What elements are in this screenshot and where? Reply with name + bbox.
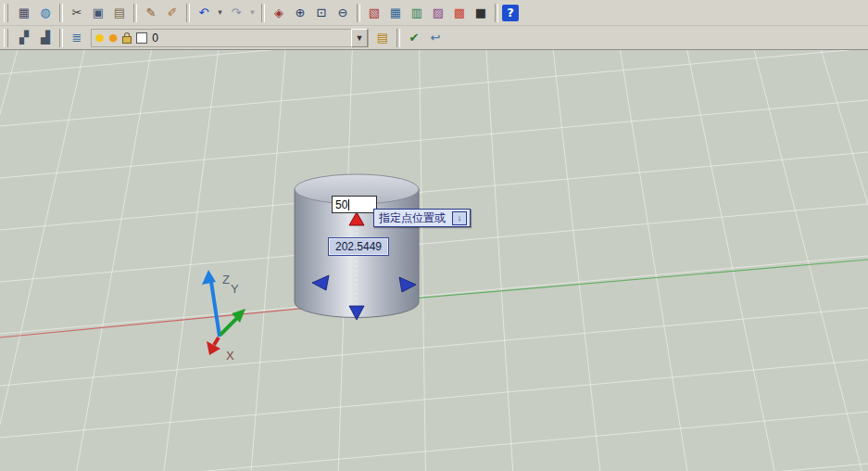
toolbar-separator [59,29,63,47]
toolbar-separator [495,4,498,22]
icon-zoom-window[interactable]: ⊡ [311,3,332,23]
layer-color-swatch [136,32,147,44]
icon-workspace-a[interactable]: ▞ [14,28,34,48]
toolbar-separator [261,4,265,22]
icon-paste[interactable]: ▤ [109,3,130,23]
icon-undo-dropdown[interactable]: ▾ [215,3,225,23]
ground-grid [0,50,868,471]
ucs-z-arrowhead [202,270,216,285]
icon-cut[interactable]: ✂ [67,3,87,23]
layers-toolbar: ▞▟≣ ● ● 0 ▼ ▤✔↩ [0,26,868,49]
icon-make-layer-current[interactable]: ✔ [404,28,424,48]
ucs-z-axis [211,282,220,337]
dynamic-input-value: 50 [335,198,347,211]
icon-plot-preview[interactable]: ▦ [14,3,34,23]
icon-tool-palettes[interactable]: ▥ [407,3,427,23]
dimension-value: 202.5449 [335,240,382,253]
viewport-3d[interactable]: Z Y X 50 指定点位置或 ↓ 202.5449 [0,49,868,471]
ucs-x-label: X [226,349,234,363]
layer-lock-icon[interactable] [122,36,132,44]
icon-zoom-realtime[interactable]: ⊕ [290,3,310,23]
current-layer-name: 0 [152,32,158,45]
toolbar-separator [133,4,137,22]
dynamic-input-tooltip: 指定点位置或 ↓ [373,209,471,227]
layer-combo[interactable]: ● ● 0 ▼ [91,29,369,47]
layer-on-bulb-icon[interactable]: ● [95,32,105,43]
icon-redo-dropdown[interactable]: ▾ [247,3,258,23]
icon-block-editor[interactable]: ✐ [162,3,182,23]
world-y-axis-line [357,260,868,303]
icon-layer-previous[interactable]: ↩ [425,28,446,48]
icon-designcenter[interactable]: ▦ [385,3,406,23]
icon-markup-set-manager[interactable]: ▩ [449,3,470,23]
application-window: ▦◍✂▣▤✎✐↶▾↷▾◈⊕⊡⊖▧▦▥▨▩■? ▞▟≣ ● ● 0 ▼ ▤✔↩ [0,0,868,471]
icon-match-properties[interactable]: ✎ [141,3,161,23]
ucs-y-axis [220,317,238,335]
icon-layer-properties-manager[interactable]: ≣ [67,28,87,48]
standard-toolbar: ▦◍✂▣▤✎✐↶▾↷▾◈⊕⊡⊖▧▦▥▨▩■? [0,0,868,26]
ucs-z-label: Z [222,273,230,286]
toolbar-separator [357,4,360,22]
dynamic-input-field[interactable]: 50 [332,196,377,213]
icon-publish-web[interactable]: ◍ [35,3,56,23]
layers-toolbar-left: ▞▟≣ [2,28,87,48]
icon-layer-states[interactable]: ▤ [372,28,393,48]
layer-combo-dropdown-arrow[interactable]: ▼ [351,29,368,47]
toolbar-grip[interactable] [4,29,8,47]
ucs-x-axis [214,337,219,345]
ucs-y-label: Y [231,282,239,296]
layers-toolbar-right: ▤✔↩ [372,28,446,48]
text-caret [348,199,349,210]
scene-canvas: Z Y X [0,50,868,471]
icon-properties-palette[interactable]: ▧ [364,3,384,23]
icon-help[interactable]: ? [502,5,519,21]
dynamic-dimension-field[interactable]: 202.5449 [328,237,389,256]
toolbar-separator [59,4,63,22]
toolbar-separator [396,29,400,47]
tooltip-text: 指定点位置或 [379,210,446,226]
icon-redo[interactable]: ↷ [226,3,246,23]
icon-zoom-previous[interactable]: ⊖ [333,3,353,23]
down-arrow-key-icon: ↓ [452,211,467,225]
icon-undo[interactable]: ↶ [194,3,214,23]
icon-sheet-set-manager[interactable]: ▨ [428,3,448,23]
icon-pan-realtime[interactable]: ◈ [269,3,289,23]
layer-freeze-sun-icon[interactable]: ● [109,32,119,43]
icon-workspace-b[interactable]: ▟ [35,28,56,48]
icon-quickcalc[interactable]: ■ [471,3,491,23]
icon-copy[interactable]: ▣ [88,3,108,23]
toolbar-grip[interactable] [4,4,8,22]
toolbar-separator [186,4,190,22]
